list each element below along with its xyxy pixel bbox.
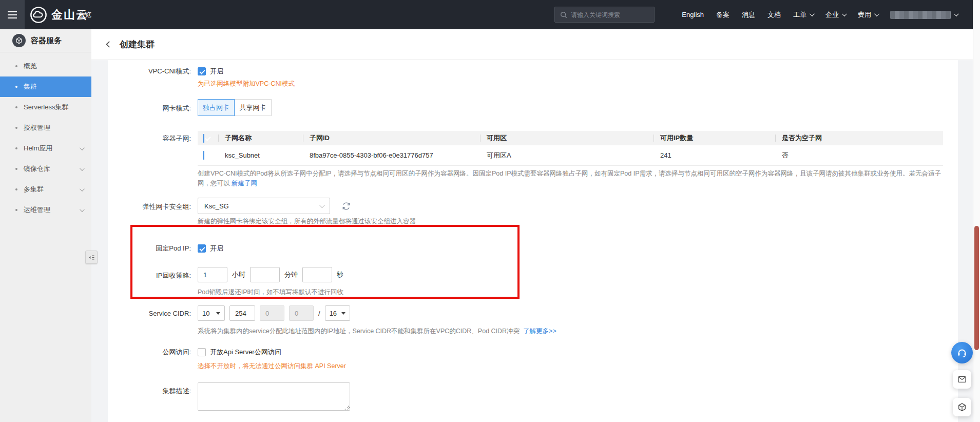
cidr-octet4-input — [289, 305, 314, 321]
tab-shared-nic[interactable]: 共享网卡 — [235, 99, 272, 116]
bullet-icon — [15, 65, 17, 67]
cidr-octet2-input[interactable] — [229, 305, 255, 321]
top-navbar: 金山云 总览 English 备案 消息 文档 工单 企业 费用 — [0, 0, 973, 29]
cidr-octet1-select[interactable]: 10 — [198, 305, 225, 321]
cell-subnet-id: 8fba97ce-0855-4303-bf06-e0e31776d757 — [303, 151, 480, 159]
bullet-icon — [15, 106, 17, 108]
service-cidr-row: Service CIDR: 10 / 16 — [108, 305, 958, 321]
subnet-table: 子网名称 子网ID 可用区 可用IP数量 是否为空子网 ksc_Subnet 8… — [198, 131, 943, 166]
fixed-pod-ip-label: 固定Pod IP: — [108, 244, 191, 253]
select-caret-icon — [216, 312, 220, 315]
service-cidr-label: Service CIDR: — [108, 310, 191, 317]
vpc-cni-label: VPC-CNI模式: — [108, 67, 191, 76]
cidr-mask-select[interactable]: 16 — [325, 305, 350, 321]
chevron-down-icon — [810, 11, 815, 16]
chevron-down-icon — [842, 11, 847, 16]
page-header: 创建集群 — [91, 29, 973, 60]
navbar-search[interactable] — [554, 7, 655, 23]
message-button[interactable] — [953, 370, 971, 389]
create-subnet-link[interactable]: 新建子网 — [232, 180, 257, 187]
collapse-icon — [88, 254, 95, 261]
nav-item-beian[interactable]: 备案 — [716, 10, 729, 20]
package-icon — [957, 402, 967, 412]
cell-az: 可用区A — [480, 151, 654, 160]
navbar-right-menu: English 备案 消息 文档 工单 企业 费用 — [682, 0, 957, 29]
fixed-pod-ip-checkbox-label[interactable]: 开启 — [210, 244, 223, 253]
kingsoft-cloud-logo-icon — [30, 6, 47, 24]
security-group-note: 新建的弹性网卡将绑定该安全组，所有的外部流量都将通过该安全组进入容器 — [198, 217, 958, 226]
chevron-down-icon — [80, 186, 85, 191]
learn-more-link[interactable]: 了解更多>> — [523, 328, 556, 335]
ip-recycle-seconds-input[interactable] — [302, 267, 332, 282]
chevron-down-icon — [319, 202, 325, 208]
sidebar-item-helm[interactable]: Helm应用 — [0, 138, 91, 159]
bullet-icon — [15, 209, 17, 211]
bullet-icon — [15, 168, 17, 170]
public-access-checkbox[interactable] — [198, 348, 206, 356]
create-cluster-form: VPC-CNI模式: 开启 为已选网络模型附加VPC-CNI模式 网卡模式: 独… — [108, 60, 958, 422]
col-subnet-name: 子网名称 — [218, 135, 303, 142]
scrollbar-track[interactable] — [973, 0, 980, 422]
security-group-select[interactable]: Ksc_SG — [198, 198, 330, 214]
cluster-description-textarea[interactable] — [198, 382, 350, 411]
sidebar-title: 容器服务 — [31, 36, 62, 46]
nav-item-workorder[interactable]: 工单 — [793, 10, 813, 20]
scrollbar-thumb[interactable] — [974, 226, 979, 350]
mail-icon — [957, 374, 967, 385]
nav-item-billing[interactable]: 费用 — [858, 10, 878, 20]
cell-ip-count: 241 — [654, 151, 775, 159]
vpc-cni-checkbox[interactable] — [198, 67, 206, 75]
service-cidr-note: 系统将为集群内的service分配此地址范围内的IP地址，Service CID… — [198, 327, 958, 336]
sidebar-header: 容器服务 — [0, 29, 91, 52]
sidebar: 容器服务 概览 集群 Serverless集群 授权管理 Helm应用 镜像仓库… — [0, 29, 91, 422]
subnet-row: 容器子网: 子网名称 子网ID 可用区 可用IP数量 是否为空子网 ksc_Su… — [108, 131, 958, 166]
vpc-cni-checkbox-label[interactable]: 开启 — [210, 67, 223, 76]
sidebar-collapse-handle[interactable] — [85, 251, 98, 264]
page-title: 创建集群 — [120, 39, 155, 50]
package-button[interactable] — [953, 398, 971, 416]
sidebar-item-overview[interactable]: 概览 — [0, 56, 91, 76]
row-checkbox[interactable] — [203, 151, 204, 160]
bullet-icon — [15, 188, 17, 190]
nav-item-overview[interactable]: 总览 — [78, 0, 91, 29]
select-all-checkbox[interactable] — [203, 134, 204, 143]
search-input[interactable] — [571, 11, 648, 18]
minutes-unit: 分钟 — [284, 270, 298, 279]
col-subnet-id: 子网ID — [303, 135, 480, 142]
chevron-down-icon — [80, 145, 85, 150]
container-service-icon — [12, 34, 26, 47]
sidebar-item-multicluster[interactable]: 多集群 — [0, 179, 91, 200]
seconds-unit: 秒 — [337, 270, 343, 279]
sidebar-item-ops[interactable]: 运维管理 — [0, 200, 91, 220]
public-access-label: 公网访问: — [108, 348, 191, 357]
account-name-redacted — [890, 11, 951, 19]
nav-item-docs[interactable]: 文档 — [767, 10, 781, 20]
refresh-icon[interactable] — [341, 201, 351, 211]
back-button[interactable] — [107, 42, 111, 47]
ip-recycle-minutes-input[interactable] — [250, 267, 280, 282]
security-group-label: 弹性网卡安全组: — [108, 202, 191, 212]
fixed-pod-ip-checkbox[interactable] — [198, 244, 206, 253]
subnet-note: 创建VPC-CNI模式的Pod将从所选子网中分配IP，请选择与节点相同可用区的子… — [198, 169, 943, 188]
sidebar-item-serverless[interactable]: Serverless集群 — [0, 97, 91, 118]
nav-item-messages[interactable]: 消息 — [742, 10, 755, 20]
account-menu[interactable] — [890, 11, 957, 19]
hamburger-menu-button[interactable] — [0, 0, 25, 29]
select-caret-icon — [341, 312, 345, 315]
sidebar-item-auth[interactable]: 授权管理 — [0, 118, 91, 138]
bullet-icon — [15, 127, 17, 129]
public-access-note: 选择不开放时，将无法通过公网访问集群 API Server — [198, 362, 958, 371]
bullet-icon — [15, 86, 17, 88]
hours-unit: 小时 — [232, 270, 245, 279]
nav-item-enterprise[interactable]: 企业 — [825, 10, 846, 20]
sidebar-item-registry[interactable]: 镜像仓库 — [0, 159, 91, 179]
tab-exclusive-nic[interactable]: 独占网卡 — [198, 99, 235, 116]
subnet-table-row[interactable]: ksc_Subnet 8fba97ce-0855-4303-bf06-e0e31… — [198, 145, 943, 166]
cidr-separator: / — [318, 310, 320, 317]
support-button[interactable] — [951, 342, 973, 363]
sidebar-item-cluster[interactable]: 集群 — [0, 76, 91, 97]
public-access-checkbox-label[interactable]: 开放Api Server公网访问 — [210, 348, 281, 357]
ip-recycle-note: Pod销毁后退还IP时间，如不填写将默认不进行回收 — [198, 288, 958, 297]
ip-recycle-hours-input[interactable] — [198, 267, 227, 282]
nav-item-english[interactable]: English — [682, 11, 704, 18]
